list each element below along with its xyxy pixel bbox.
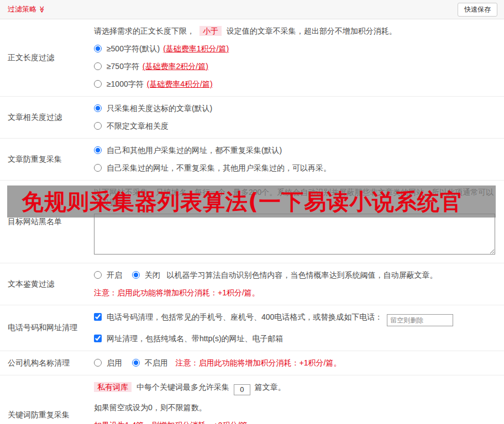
row-content-porn: 开启 关闭 以机器学习算法自动识别色情内容，当色情概率达到系统阈值，自动屏蔽文章… (94, 263, 504, 305)
keyword-note-zero: 如果留空或设为0，则不限篇数。 (94, 402, 495, 413)
option-label: 自己和其他用户采集过的网址，都不重复采集(默认) (107, 146, 282, 155)
quick-save-button[interactable]: 快速保存 (458, 3, 497, 17)
option-label: ≥500字符(默认) (107, 44, 160, 53)
intro-highlight-less-than: 小于 (200, 26, 222, 36)
option-length-1000[interactable]: ≥1000字符 (基础费率4积分/篇) (94, 79, 495, 89)
option-fee-note: (基础费率2积分/篇) (143, 62, 208, 71)
option-company-off[interactable]: 不启用 (132, 358, 170, 367)
option-dedupe-global[interactable]: 自己和其他用户采集过的网址，都不重复采集(默认) (94, 145, 495, 156)
replacement-phone-input[interactable] (387, 314, 453, 326)
keyword-limit-line: 私有词库 中每个关键词最多允许采集 篇文章。 (94, 382, 495, 395)
keyword-note-1-4: 如果设为1-4篇，则增加积分消耗：+2积分/篇。 (94, 420, 495, 424)
radio-dedupe-global[interactable] (94, 146, 102, 154)
row-content-relevance: 只采集相关度达标的文章(默认) 不限定文章相关度 (94, 97, 504, 138)
radio-relevance-strict[interactable] (94, 104, 102, 112)
option-porn-off[interactable]: 关闭 (132, 271, 162, 279)
filter-strategy-toggle[interactable]: 过滤策略 ≫ (8, 4, 46, 14)
row-label-company: 公司机构名称清理 (0, 351, 94, 375)
radio-company-on[interactable] (94, 359, 102, 367)
option-porn-on[interactable]: 开启 (94, 271, 124, 279)
radio-length-500[interactable] (94, 45, 102, 52)
option-phone-cleanup[interactable]: 电话号码清理，包括常见的手机号、座机号、400电话格式，或替换成如下电话： (94, 312, 385, 321)
option-label: 网址清理，包括纯域名、带http(s)的网址、电子邮箱 (107, 334, 284, 343)
row-relevance-filter: 文章相关度过滤 只采集相关度达标的文章(默认) 不限定文章相关度 (0, 97, 504, 139)
blacklist-intro: 以下网站不采集，只填域名，每行一个，最多200个。系统会自动识别并屏蔽那些非文章… (94, 187, 495, 208)
company-options-line: 启用 不启用 注意：启用此功能将增加积分消耗：+1积分/篇。 (94, 358, 495, 368)
option-company-on[interactable]: 启用 (94, 358, 124, 367)
row-keyword-dedupe: 关键词防重复采集 私有词库 中每个关键词最多允许采集 篇文章。 如果留空或设为0… (0, 375, 504, 424)
chevron-down-icon: ≫ (39, 6, 45, 13)
option-fee-note: (基础费率1积分/篇) (163, 44, 229, 53)
intro-text-after: 设定值的文章不采集，超出部分不增加积分消耗。 (227, 26, 397, 35)
keyword-limit-suffix: 篇文章。 (255, 383, 286, 391)
porn-cost-note: 注意：启用此功能将增加积分消耗：+1积分/篇。 (94, 288, 495, 298)
row-site-blacklist: 目标网站黑名单 以下网站不采集，只填域名，每行一个，最多200个。系统会自动识别… (0, 181, 504, 263)
checkbox-url-cleanup[interactable] (94, 335, 102, 342)
filter-strategy-page: 过滤策略 ≫ 快速保存 正文长度过滤 请选择需求的正文长度下限， 小于 设定值的… (0, 0, 504, 424)
body-length-intro: 请选择需求的正文长度下限， 小于 设定值的文章不采集，超出部分不增加积分消耗。 (94, 26, 495, 36)
radio-length-750[interactable] (94, 62, 102, 70)
option-label: 电话号码清理，包括常见的手机号、座机号、400电话格式，或替换成如下电话： (107, 312, 382, 321)
row-content-body-length: 请选择需求的正文长度下限， 小于 设定值的文章不采集，超出部分不增加积分消耗。 … (94, 19, 504, 96)
option-label: ≥750字符 (107, 62, 139, 71)
row-content-dedupe: 自己和其他用户采集过的网址，都不重复采集(默认) 自己采集过的网址，不重复采集，… (94, 139, 504, 180)
radio-porn-off[interactable] (132, 271, 140, 279)
row-porn-filter: 文本鉴黄过滤 开启 关闭 以机器学习算法自动识别色情内容，当色情概率达到系统阈值… (0, 263, 504, 305)
option-relevance-any[interactable]: 不限定文章相关度 (94, 121, 495, 131)
row-label-body-length: 正文长度过滤 (0, 19, 94, 96)
row-content-keyword: 私有词库 中每个关键词最多允许采集 篇文章。 如果留空或设为0，则不限篇数。 如… (94, 375, 504, 424)
option-label: 关闭 (145, 271, 160, 279)
radio-company-off[interactable] (132, 359, 140, 367)
radio-relevance-any[interactable] (94, 122, 102, 130)
keyword-limit-text: 中每个关键词最多允许采集 (136, 383, 229, 391)
row-content-company: 启用 不启用 注意：启用此功能将增加积分消耗：+1积分/篇。 (94, 351, 504, 375)
page-title: 过滤策略 (8, 4, 36, 14)
option-label: 不限定文章相关度 (107, 121, 169, 130)
option-length-750[interactable]: ≥750字符 (基础费率2积分/篇) (94, 61, 495, 72)
row-label-keyword: 关键词防重复采集 (0, 375, 94, 424)
url-cleanup-line: 网址清理，包括纯域名、带http(s)的网址、电子邮箱 (94, 333, 495, 344)
option-fee-note: (基础费率4积分/篇) (147, 80, 213, 88)
option-label: 只采集相关度达标的文章(默认) (107, 104, 212, 113)
porn-options-line: 开启 关闭 以机器学习算法自动识别色情内容，当色情概率达到系统阈值，自动屏蔽文章… (94, 270, 495, 280)
phone-cleanup-line: 电话号码清理，包括常见的手机号、座机号、400电话格式，或替换成如下电话： (94, 312, 495, 326)
blacklist-textarea[interactable] (94, 214, 495, 255)
radio-dedupe-self-only[interactable] (94, 164, 102, 172)
row-label-relevance: 文章相关度过滤 (0, 97, 94, 138)
row-company-cleanup: 公司机构名称清理 启用 不启用 注意：启用此功能将增加积分消耗：+1积分/篇。 (0, 351, 504, 375)
keyword-max-count-input[interactable] (234, 384, 250, 395)
option-url-cleanup[interactable]: 网址清理，包括纯域名、带http(s)的网址、电子邮箱 (94, 334, 284, 343)
row-dedupe-collection: 文章防重复采集 自己和其他用户采集过的网址，都不重复采集(默认) 自己采集过的网… (0, 139, 504, 181)
option-relevance-strict[interactable]: 只采集相关度达标的文章(默认) (94, 103, 495, 114)
option-length-500[interactable]: ≥500字符(默认) (基础费率1积分/篇) (94, 44, 495, 54)
row-label-porn: 文本鉴黄过滤 (0, 263, 94, 305)
checkbox-phone-cleanup[interactable] (94, 313, 102, 321)
option-label: 开启 (107, 271, 122, 279)
option-label: 自己采集过的网址，不重复采集，其他用户采集过的，可以再采。 (107, 163, 331, 172)
option-label: ≥1000字符 (107, 80, 144, 88)
option-dedupe-self-only[interactable]: 自己采集过的网址，不重复采集，其他用户采集过的，可以再采。 (94, 163, 495, 173)
option-label: 不启用 (145, 358, 168, 367)
row-label-phone-url: 电话号码和网址清理 (0, 305, 94, 351)
row-label-dedupe: 文章防重复采集 (0, 139, 94, 180)
option-label: 启用 (107, 358, 122, 367)
porn-description: 以机器学习算法自动识别色情内容，当色情概率达到系统阈值，自动屏蔽文章。 (167, 271, 438, 279)
radio-porn-on[interactable] (94, 271, 102, 279)
company-cost-note: 注意：启用此功能将增加积分消耗：+1积分/篇。 (176, 358, 342, 367)
header-bar: 过滤策略 ≫ 快速保存 (0, 0, 504, 19)
private-lexicon-link[interactable]: 私有词库 (94, 382, 132, 392)
radio-length-1000[interactable] (94, 80, 102, 88)
row-content-blacklist: 以下网站不采集，只填域名，每行一个，最多200个。系统会自动识别并屏蔽那些非文章… (94, 181, 504, 263)
intro-text-before: 请选择需求的正文长度下限， (94, 26, 195, 35)
row-label-blacklist: 目标网站黑名单 (0, 181, 94, 263)
row-phone-url-cleanup: 电话号码和网址清理 电话号码清理，包括常见的手机号、座机号、400电话格式，或替… (0, 305, 504, 351)
row-content-phone-url: 电话号码清理，包括常见的手机号、座机号、400电话格式，或替换成如下电话： 网址… (94, 305, 504, 351)
row-body-length-filter: 正文长度过滤 请选择需求的正文长度下限， 小于 设定值的文章不采集，超出部分不增… (0, 19, 504, 97)
